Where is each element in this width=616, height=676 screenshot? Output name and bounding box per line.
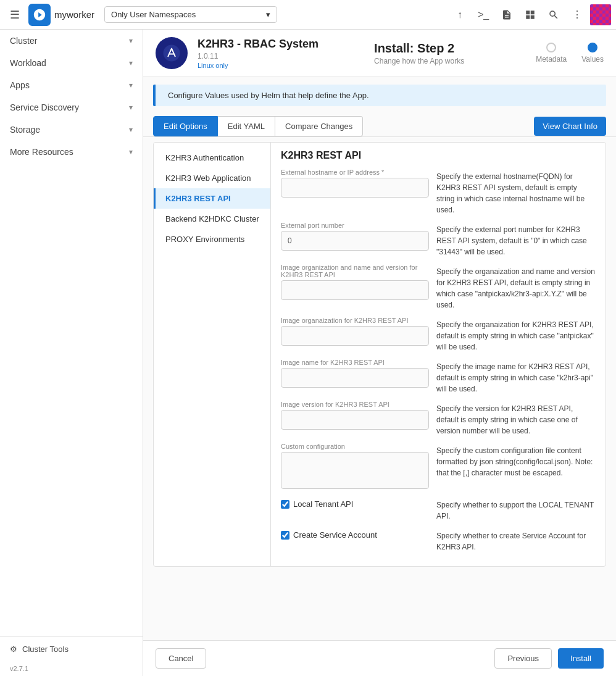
install-steps: Metadata Values [536, 43, 604, 64]
sidebar-item-workload[interactable]: Workload ▾ [0, 52, 143, 74]
image-org-desc: Specify the organaization for K2HR3 REST… [436, 317, 596, 353]
image-version-desc: Specify the version for K2HR3 REST API, … [436, 401, 596, 436]
form-row-image-org-name-version: Image organization and name and version … [281, 264, 596, 311]
more-icon[interactable]: ⋮ [567, 4, 588, 25]
create-service-account-checkbox[interactable] [281, 531, 289, 540]
image-org-name-version-label: Image organization and name and version … [281, 264, 429, 278]
file-icon[interactable] [496, 4, 517, 25]
tab-edit-yaml[interactable]: Edit YAML [218, 116, 275, 136]
sidebar-item-apps[interactable]: Apps ▾ [0, 74, 143, 96]
checkbox-row-create-service-account: Create Service Account Specify whether t… [281, 528, 596, 553]
local-tenant-api-label[interactable]: Local Tenant API [281, 497, 429, 509]
app-header: K2HR3 - RBAC System 1.0.11 Linux only In… [143, 30, 616, 77]
local-tenant-api-checkbox[interactable] [281, 500, 289, 509]
user-avatar[interactable] [590, 4, 611, 25]
left-nav: K2HR3 Authentication K2HR3 Web Applicati… [154, 143, 271, 566]
left-nav-item-k2hr3-auth[interactable]: K2HR3 Authentication [154, 148, 270, 168]
image-org-name-version-input[interactable] [281, 280, 429, 300]
checkbox-row-local-tenant: Local Tenant API Specify whether to supp… [281, 497, 596, 522]
custom-config-field: Custom configuration [281, 443, 429, 491]
external-hostname-desc: Specify the external hostname(FQDN) for … [436, 169, 596, 215]
tabs-bar: Edit Options Edit YAML Compare Changes V… [143, 111, 616, 137]
step-circle-metadata [546, 43, 556, 52]
step-metadata: Metadata [536, 43, 567, 64]
previous-button[interactable]: Previous [494, 648, 552, 669]
content-area: K2HR3 - RBAC System 1.0.11 Linux only In… [143, 30, 616, 676]
image-name-desc: Specify the image name for K2HR3 REST AP… [436, 359, 596, 394]
chevron-icon: ▾ [129, 59, 133, 67]
image-name-label: Image name for K2HR3 REST API [281, 359, 429, 366]
gear-icon: ⚙ [10, 645, 17, 654]
tab-compare-changes[interactable]: Compare Changes [275, 116, 363, 136]
form-row-custom-config: Custom configuration Specify the custom … [281, 443, 596, 491]
left-nav-item-k2hr3-rest[interactable]: K2HR3 REST API [154, 188, 270, 209]
external-hostname-field: External hostname or IP address * [281, 169, 429, 198]
image-org-name-version-desc: Specify the organaization and name and v… [436, 264, 596, 311]
chevron-icon: ▾ [129, 125, 133, 134]
custom-config-textarea[interactable] [281, 452, 429, 489]
sidebar-item-storage[interactable]: Storage ▾ [0, 119, 143, 141]
install-button[interactable]: Install [558, 648, 604, 669]
cluster-tools-button[interactable]: ⚙ Cluster Tools [0, 636, 143, 661]
chevron-icon: ▾ [129, 103, 133, 112]
search-icon[interactable] [543, 4, 564, 25]
footer-left: Cancel [156, 648, 206, 669]
form-section-title: K2HR3 REST API [281, 150, 596, 161]
info-banner: Configure Values used by Helm that help … [153, 85, 606, 106]
image-name-field: Image name for K2HR3 REST API [281, 359, 429, 388]
form-row-external-hostname: External hostname or IP address * Specif… [281, 169, 596, 215]
upload-icon[interactable]: ↑ [449, 4, 470, 25]
image-version-label: Image version for K2HR3 REST API [281, 401, 429, 408]
main-layout: Cluster ▾ Workload ▾ Apps ▾ Service Disc… [0, 30, 616, 676]
external-port-input[interactable] [281, 231, 429, 251]
step-circle-values [588, 43, 597, 52]
topbar: ☰ myworker Only User Namespaces ▾ ↑ >_ ⋮ [0, 0, 616, 30]
app-version: 1.0.11 [198, 52, 349, 61]
left-nav-item-backend-k2hdkc[interactable]: Backend K2HDKC Cluster [154, 209, 270, 229]
namespace-select[interactable]: Only User Namespaces ▾ [104, 6, 277, 23]
app-name-label: myworker [54, 9, 94, 20]
external-hostname-label: External hostname or IP address * [281, 169, 429, 176]
external-port-desc: Specify the external port number for K2H… [436, 222, 596, 257]
image-org-field: Image organaization for K2HR3 REST API [281, 317, 429, 346]
app-tag: Linux only [198, 62, 349, 69]
sidebar-item-cluster[interactable]: Cluster ▾ [0, 30, 143, 52]
tabs-left: Edit Options Edit YAML Compare Changes [153, 116, 363, 136]
footer: Cancel Previous Install [143, 640, 616, 676]
image-version-input[interactable] [281, 410, 429, 430]
external-port-field: External port number [281, 222, 429, 251]
app-logo [156, 37, 188, 69]
view-chart-info-button[interactable]: View Chart Info [534, 117, 606, 136]
sidebar-item-more-resources[interactable]: More Resources ▾ [0, 141, 143, 163]
app-logo-icon [28, 4, 51, 26]
form-row-image-name: Image name for K2HR3 REST API Specify th… [281, 359, 596, 394]
sidebar: Cluster ▾ Workload ▾ Apps ▾ Service Disc… [0, 30, 143, 676]
left-nav-item-proxy-env[interactable]: PROXY Environments [154, 229, 270, 249]
install-title: Install: Step 2 [374, 41, 526, 56]
image-name-input[interactable] [281, 368, 429, 388]
sidebar-item-service-discovery[interactable]: Service Discovery ▾ [0, 96, 143, 119]
form-area: K2HR3 REST API External hostname or IP a… [271, 143, 606, 566]
create-service-account-label[interactable]: Create Service Account [281, 528, 429, 540]
external-hostname-input[interactable] [281, 178, 429, 198]
chevron-icon: ▾ [129, 36, 133, 45]
step-values: Values [581, 43, 604, 64]
left-nav-item-k2hr3-web[interactable]: K2HR3 Web Application [154, 168, 270, 188]
chevron-icon: ▾ [129, 81, 133, 90]
grid-icon[interactable] [520, 4, 541, 25]
form-row-image-version: Image version for K2HR3 REST API Specify… [281, 401, 596, 436]
app-title: K2HR3 - RBAC System [198, 38, 349, 51]
svg-point-0 [164, 45, 180, 62]
chevron-icon: ▾ [129, 148, 133, 156]
menu-icon[interactable]: ☰ [5, 5, 25, 25]
footer-right: Previous Install [494, 648, 604, 669]
image-org-input[interactable] [281, 326, 429, 346]
cancel-button[interactable]: Cancel [156, 648, 206, 669]
image-org-label: Image organaization for K2HR3 REST API [281, 317, 429, 324]
create-service-account-desc: Specify whether to create Service Accoun… [436, 528, 596, 553]
form-row-external-port: External port number Specify the externa… [281, 222, 596, 257]
image-org-name-version-field: Image organization and name and version … [281, 264, 429, 300]
terminal-icon[interactable]: >_ [473, 4, 494, 25]
tab-edit-options[interactable]: Edit Options [153, 116, 218, 136]
custom-config-label: Custom configuration [281, 443, 429, 450]
